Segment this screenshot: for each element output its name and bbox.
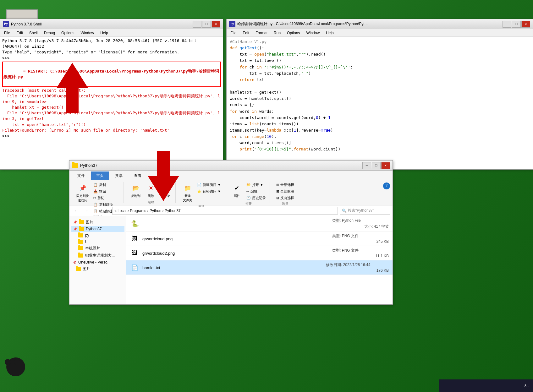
rename-btn[interactable]: ✏ 重命名 bbox=[159, 182, 173, 199]
shell-line-2: (AMD64)] on win32 bbox=[2, 44, 221, 49]
up-btn[interactable]: ↑ bbox=[92, 207, 100, 215]
ribbon-tab-share[interactable]: 共享 bbox=[110, 172, 128, 180]
file-name-grwordcloud2: grwordcloud2.png bbox=[142, 251, 175, 256]
taskbar-right: 8... bbox=[439, 379, 533, 392]
code-line-10: words = hamletTxt.split() bbox=[230, 95, 530, 102]
select-all-btn[interactable]: ⊞全部选择 bbox=[275, 182, 295, 188]
code-line-8 bbox=[230, 83, 530, 89]
sidebar-item-pictures[interactable]: 📌 图片 bbox=[71, 219, 124, 226]
editor-maximize-btn[interactable]: □ bbox=[512, 21, 521, 28]
history-btn[interactable]: 🕐历史记录 bbox=[245, 195, 267, 201]
shell-close-btn[interactable]: ✕ bbox=[212, 21, 220, 28]
sidebar-item-t[interactable]: t bbox=[71, 238, 124, 245]
shell-menu-file[interactable]: File bbox=[2, 30, 13, 36]
help-btn[interactable]: ? bbox=[383, 182, 390, 189]
new-item-btn[interactable]: 📄新建项目 ▼ bbox=[196, 182, 222, 188]
file-type-1: 类型: Python File bbox=[332, 218, 389, 223]
explorer-controls: ─ □ ✕ bbox=[362, 162, 390, 169]
shell-error-call1: hamletTxt = getText() bbox=[2, 105, 221, 110]
address-path[interactable]: « Local › Programs › Python › Python37 bbox=[112, 207, 338, 215]
new-folder-btn[interactable]: 📁 新建文件夹 bbox=[181, 182, 195, 204]
pin-to-quick-btn[interactable]: 📌 固定到快速访问 bbox=[74, 182, 91, 204]
editor-menu-run[interactable]: Run bbox=[271, 30, 283, 36]
shell-line-3: Type "help", "copyright", "credits" or "… bbox=[2, 49, 221, 55]
explorer-minimize-btn[interactable]: ─ bbox=[362, 162, 371, 169]
file-item-grwordcloud[interactable]: 🖼 grwordcloud.png 类型: PNG 文件 245 KB bbox=[126, 231, 393, 246]
editor-menu-window[interactable]: Window bbox=[304, 30, 322, 36]
explorer-maximize-btn[interactable]: □ bbox=[372, 162, 381, 169]
organize-group: 📂 复制到 ✕ 删除 ✏ 重命名 组织 bbox=[126, 182, 176, 203]
file-size-hamlet: 176 KB bbox=[351, 268, 389, 273]
shell-line-1: Python 3.7.8 (tags/v3.7.8:4b47a5b6ba, Ju… bbox=[2, 38, 221, 44]
file-size-1: 大小: 417 字节 bbox=[351, 224, 389, 229]
sidebar-item-pictures-2[interactable]: 图片 bbox=[71, 265, 124, 273]
new-buttons: 📁 新建文件夹 📄新建项目 ▼ ⭐轻松访问 ▼ bbox=[181, 182, 222, 204]
file-item-grwordcloud2[interactable]: 🖼 grwordcloud2.png 类型: PNG 文件 11.1 KB bbox=[126, 246, 393, 260]
file-item-hamlet[interactable]: 📄 hamlet.txt 修改日期: 2022/1/28 16:44 176 K… bbox=[126, 260, 393, 275]
shell-titlebar: Py Python 3.7.8 Shell ─ □ ✕ bbox=[0, 19, 223, 29]
python-file-icon: 🐍 bbox=[130, 219, 140, 229]
sidebar-label-photos: 本机照片 bbox=[85, 246, 100, 251]
ribbon-tab-file[interactable]: 文件 bbox=[72, 172, 90, 180]
invert-selection-btn[interactable]: ⊠反向选择 bbox=[275, 195, 295, 201]
sidebar-item-onedrive[interactable]: ⊗ OneDrive - Perso... bbox=[71, 259, 124, 265]
explorer-window: Python37 ─ □ ✕ 文件 主页 共享 查看 📌 bbox=[69, 160, 393, 305]
file-item-python[interactable]: 🐍 类型: Python File 大小: 417 字节 bbox=[126, 216, 393, 231]
properties-btn[interactable]: ✔ 属性 bbox=[230, 182, 244, 199]
sidebar-item-py[interactable]: py bbox=[71, 232, 124, 238]
refresh-btn[interactable]: ↻ bbox=[102, 207, 110, 215]
open-btn[interactable]: 📂打开 ▼ bbox=[245, 182, 267, 188]
forward-btn[interactable]: → bbox=[82, 207, 90, 215]
shell-menu-edit[interactable]: Edit bbox=[14, 30, 25, 36]
paste-btn[interactable]: 📥粘贴 bbox=[92, 188, 121, 194]
ribbon-tab-home[interactable]: 主页 bbox=[91, 172, 109, 180]
shell-menu-shell[interactable]: Shell bbox=[27, 30, 40, 36]
search-box[interactable]: 🔍 搜索"Python37" bbox=[340, 207, 390, 215]
shell-menu-debug[interactable]: Debug bbox=[41, 30, 58, 36]
sidebar-label-career: 职业生涯规划大... bbox=[85, 253, 115, 258]
shell-menu-options[interactable]: Options bbox=[59, 30, 77, 36]
sidebar-item-photos[interactable]: 本机照片 bbox=[71, 245, 124, 252]
explorer-close-btn[interactable]: ✕ bbox=[381, 162, 390, 169]
explorer-titlebar: Python37 ─ □ ✕ bbox=[69, 161, 393, 171]
decorative-character bbox=[3, 357, 28, 389]
explorer-folder-icon bbox=[72, 163, 78, 168]
delete-btn[interactable]: ✕ 删除 bbox=[144, 182, 158, 199]
shell-line-4: >>> bbox=[2, 55, 221, 61]
shell-error-file1: File "C:\Users\10698\AppData\Local\Progr… bbox=[2, 93, 221, 105]
easy-access-btn[interactable]: ⭐轻松访问 ▼ bbox=[196, 188, 222, 194]
editor-menu-help[interactable]: Help bbox=[323, 30, 336, 36]
sidebar-label-t: t bbox=[85, 239, 86, 244]
edit-btn[interactable]: ✏编辑 bbox=[245, 188, 267, 194]
explorer-title: Python37 bbox=[80, 163, 221, 168]
editor-menu-edit[interactable]: Edit bbox=[240, 30, 252, 36]
editor-close-btn[interactable]: ✕ bbox=[521, 21, 530, 28]
sidebar-item-python37[interactable]: 📌 Python37 bbox=[71, 226, 124, 232]
editor-menu-format[interactable]: Format bbox=[253, 30, 270, 36]
shell-maximize-btn[interactable]: □ bbox=[202, 21, 211, 28]
address-bar: ← → ↑ ↻ « Local › Programs › Python › Py… bbox=[69, 205, 393, 216]
shell-menu-window[interactable]: Window bbox=[78, 30, 96, 36]
shell-controls: ─ □ ✕ bbox=[193, 21, 220, 28]
editor-menu-file[interactable]: File bbox=[228, 30, 239, 36]
shell-traceback: Traceback (most recent call last): bbox=[2, 88, 221, 93]
open-group: ✔ 属性 📂打开 ▼ ✏编辑 🕐历史记录 bbox=[228, 182, 270, 203]
sidebar-item-career[interactable]: 职业生涯规划大... bbox=[71, 252, 124, 259]
code-line-13: counts[word] = counts.get(word,0) + 1 bbox=[230, 115, 530, 121]
editor-menu-options[interactable]: Options bbox=[284, 30, 302, 36]
ribbon-tab-view[interactable]: 查看 bbox=[129, 172, 147, 180]
copy-btn[interactable]: 📋复制 bbox=[92, 182, 121, 188]
shell-menu-help[interactable]: Help bbox=[98, 30, 111, 36]
shell-minimize-btn[interactable]: ─ bbox=[193, 21, 201, 28]
ribbon: 文件 主页 共享 查看 📌 固定到快速访问 📋复制 bbox=[69, 171, 393, 205]
back-btn[interactable]: ← bbox=[72, 207, 80, 215]
cut-btn[interactable]: ✂剪切 bbox=[92, 195, 106, 201]
shell-restart-box: = RESTART: C:\Users\10698\AppData\Local\… bbox=[2, 62, 221, 87]
organize-buttons: 📂 复制到 ✕ 删除 ✏ 重命名 bbox=[129, 182, 173, 199]
deselect-all-btn[interactable]: ⊟全部取消 bbox=[275, 188, 295, 194]
address-text: « Local › Programs › Python › Python37 bbox=[114, 209, 181, 213]
editor-minimize-btn[interactable]: ─ bbox=[503, 21, 511, 28]
copy-to-btn[interactable]: 📂 复制到 bbox=[129, 182, 143, 199]
delete-icon: ✕ bbox=[146, 183, 156, 193]
code-line-15: items.sort(key=lambda x:x[1],reverse=Tru… bbox=[230, 127, 530, 133]
